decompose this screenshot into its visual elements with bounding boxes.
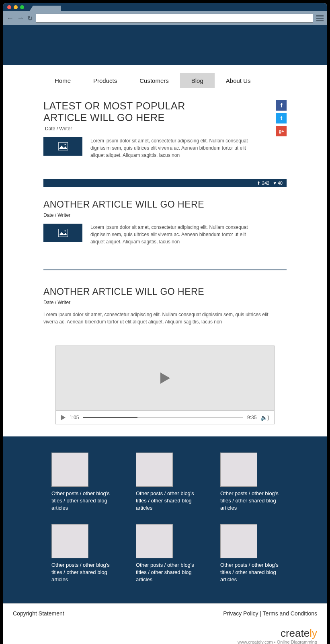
nav-blog[interactable]: Blog bbox=[180, 73, 215, 88]
nav-home[interactable]: Home bbox=[43, 73, 82, 88]
window-minimize-icon[interactable] bbox=[14, 5, 18, 9]
article-meta: Date / Writer bbox=[43, 212, 287, 218]
card-thumbnail bbox=[220, 453, 257, 487]
card-title: Other posts / other blog's titles / othe… bbox=[220, 562, 285, 584]
card-thumbnail bbox=[220, 524, 257, 558]
upload-icon: ⬆ bbox=[257, 181, 260, 186]
browser-tab-bar bbox=[3, 3, 327, 11]
svg-point-1 bbox=[64, 144, 66, 145]
menu-icon[interactable] bbox=[316, 15, 324, 21]
video-total-time: 9:35 bbox=[247, 415, 256, 420]
play-icon[interactable] bbox=[160, 372, 170, 384]
branding: creately www.creately.com • Online Diagr… bbox=[3, 623, 327, 644]
related-card[interactable]: Other posts / other blog's titles / othe… bbox=[220, 453, 285, 512]
svg-rect-2 bbox=[58, 229, 68, 237]
like-count: 40 bbox=[278, 181, 283, 185]
video-canvas[interactable] bbox=[56, 346, 274, 410]
nav-products[interactable]: Products bbox=[82, 73, 128, 88]
nav-about[interactable]: About Us bbox=[215, 73, 262, 88]
card-title: Other posts / other blog's titles / othe… bbox=[51, 490, 116, 512]
article-title: LATEST OR MOST POPULAR ARTICLE WILL GO H… bbox=[43, 100, 220, 123]
article-title: ANOTHER ARTICLE WILL GO HERE bbox=[43, 286, 287, 297]
svg-rect-0 bbox=[58, 142, 68, 150]
url-input[interactable] bbox=[36, 14, 313, 23]
related-card[interactable]: Other posts / other blog's titles / othe… bbox=[136, 453, 200, 512]
image-icon bbox=[58, 142, 68, 150]
card-title: Other posts / other blog's titles / othe… bbox=[136, 490, 200, 512]
creately-logo: creately bbox=[13, 627, 317, 640]
like-stat: ♥40 bbox=[273, 181, 283, 185]
privacy-link[interactable]: Privacy Policy bbox=[223, 610, 258, 617]
window-close-icon[interactable] bbox=[7, 5, 11, 9]
divider bbox=[43, 270, 287, 270]
copyright: Copyright Statement bbox=[13, 610, 64, 617]
article-thumbnail bbox=[43, 224, 82, 242]
article-title: ANOTHER ARTICLE WILL GO HERE bbox=[43, 199, 287, 210]
twitter-icon[interactable]: t bbox=[276, 113, 287, 123]
card-thumbnail bbox=[51, 524, 88, 558]
footer: Copyright Statement Privacy Policy | Ter… bbox=[3, 603, 327, 623]
reload-icon[interactable]: ↻ bbox=[27, 14, 33, 22]
upload-stat: ⬆242 bbox=[257, 181, 269, 186]
forward-icon[interactable]: → bbox=[17, 14, 24, 23]
video-progress[interactable] bbox=[83, 417, 243, 418]
card-title: Other posts / other blog's titles / othe… bbox=[220, 490, 285, 512]
card-thumbnail bbox=[136, 453, 173, 487]
branding-tagline: www.creately.com • Online Diagramming bbox=[13, 640, 317, 644]
volume-icon[interactable]: 🔈) bbox=[260, 414, 269, 421]
nav-customers[interactable]: Customers bbox=[128, 73, 180, 88]
article-meta: Date / Writer bbox=[43, 126, 287, 132]
video-controls: 1:05 9:35 🔈) bbox=[56, 410, 274, 424]
image-icon bbox=[58, 229, 68, 237]
related-card[interactable]: Other posts / other blog's titles / othe… bbox=[51, 524, 116, 584]
article-meta: Date / Writer bbox=[43, 300, 287, 305]
article-excerpt: Lorem ipsum dolor sit amet, consectetur … bbox=[43, 311, 269, 325]
googleplus-icon[interactable]: g+ bbox=[276, 126, 287, 136]
card-thumbnail bbox=[51, 453, 88, 487]
stats-bar: ⬆242 ♥40 bbox=[43, 179, 287, 187]
article-excerpt: Lorem ipsum dolor sit amet, consectetur … bbox=[90, 137, 251, 159]
browser-toolbar: ← → ↻ bbox=[3, 11, 327, 25]
window-maximize-icon[interactable] bbox=[20, 5, 24, 9]
social-share-column: f t g+ bbox=[276, 100, 287, 136]
terms-link[interactable]: Terms and Conditions bbox=[263, 610, 317, 617]
card-title: Other posts / other blog's titles / othe… bbox=[136, 562, 200, 584]
separator: | bbox=[260, 610, 262, 617]
related-card[interactable]: Other posts / other blog's titles / othe… bbox=[136, 524, 200, 584]
svg-point-3 bbox=[64, 230, 66, 232]
upload-count: 242 bbox=[262, 181, 269, 185]
video-player[interactable]: 1:05 9:35 🔈) bbox=[55, 346, 275, 424]
facebook-icon[interactable]: f bbox=[276, 100, 287, 111]
heart-icon: ♥ bbox=[273, 181, 276, 185]
main-nav: Home Products Customers Blog About Us bbox=[3, 65, 327, 92]
play-button-icon[interactable] bbox=[61, 415, 66, 420]
related-card[interactable]: Other posts / other blog's titles / othe… bbox=[51, 453, 116, 512]
hero-banner bbox=[3, 25, 327, 65]
card-title: Other posts / other blog's titles / othe… bbox=[51, 562, 116, 584]
related-posts: Other posts / other blog's titles / othe… bbox=[3, 436, 327, 603]
browser-tab[interactable] bbox=[29, 6, 37, 12]
article-thumbnail bbox=[43, 137, 82, 156]
back-icon[interactable]: ← bbox=[6, 14, 14, 23]
card-thumbnail bbox=[136, 524, 173, 558]
related-card[interactable]: Other posts / other blog's titles / othe… bbox=[220, 524, 285, 584]
video-current-time: 1:05 bbox=[70, 415, 79, 420]
article-excerpt: Lorem ipsum dolor sit amet, consectetur … bbox=[90, 224, 251, 245]
